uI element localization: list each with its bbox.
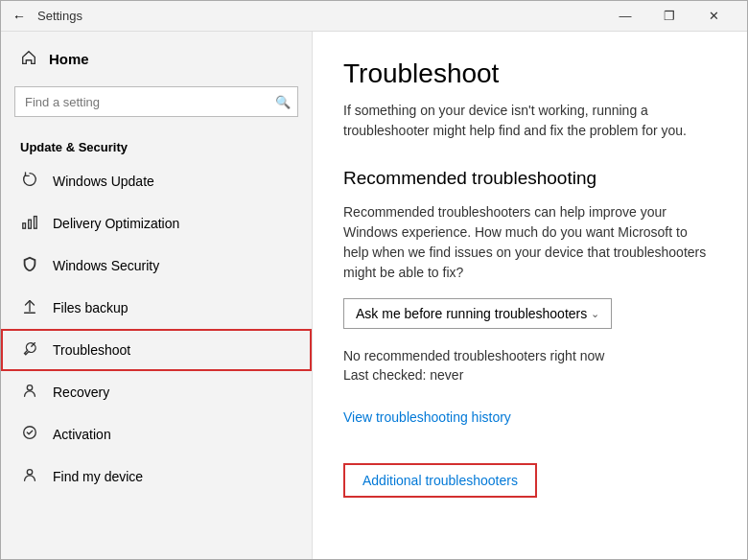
- sidebar-item-home[interactable]: Home: [1, 32, 312, 86]
- windows-security-icon: [20, 255, 39, 276]
- svg-point-6: [27, 385, 32, 390]
- dropdown-value: Ask me before running troubleshooters: [356, 306, 587, 321]
- recommended-section-title: Recommended troubleshooting: [343, 168, 716, 189]
- sidebar-item-delivery-optimization[interactable]: Delivery Optimization: [1, 202, 312, 245]
- sidebar-item-windows-security[interactable]: Windows Security: [1, 245, 312, 287]
- section-description: Recommended troubleshooters can help imp…: [343, 202, 716, 283]
- windows-update-icon: [20, 171, 39, 192]
- sidebar-item-recovery[interactable]: Recovery: [1, 371, 312, 413]
- home-label: Home: [49, 51, 89, 67]
- maximize-button[interactable]: ❐: [647, 1, 691, 32]
- page-description: If something on your device isn't workin…: [343, 101, 716, 141]
- svg-point-8: [27, 470, 32, 475]
- search-container: 🔍: [14, 86, 298, 117]
- view-troubleshooting-history-link[interactable]: View troubleshooting history: [343, 409, 511, 425]
- activation-icon: [20, 424, 39, 445]
- close-button[interactable]: ✕: [691, 1, 736, 32]
- search-input[interactable]: [14, 86, 298, 117]
- settings-window: ← Settings — ❐ ✕ Home 🔍: [0, 0, 748, 560]
- files-backup-label: Files backup: [53, 300, 129, 315]
- windows-security-label: Windows Security: [53, 258, 159, 273]
- sidebar-item-files-backup[interactable]: Files backup: [1, 287, 312, 329]
- sidebar-item-find-my-device[interactable]: Find my device: [1, 455, 312, 498]
- window-controls: — ❐ ✕: [603, 1, 736, 32]
- no-troubleshooters-text: No recommended troubleshooters right now: [343, 348, 716, 363]
- troubleshooter-dropdown[interactable]: Ask me before running troubleshooters ⌄: [343, 298, 612, 329]
- main-content: Troubleshoot If something on your device…: [313, 32, 747, 559]
- windows-update-label: Windows Update: [53, 174, 154, 189]
- troubleshoot-icon: [20, 339, 39, 361]
- sidebar: Home 🔍 Update & Security Windows Update: [1, 32, 313, 559]
- content-area: Home 🔍 Update & Security Windows Update: [1, 32, 747, 559]
- recovery-icon: [20, 382, 39, 403]
- home-icon: [20, 49, 37, 69]
- files-backup-icon: [20, 297, 39, 318]
- back-button[interactable]: ←: [12, 9, 26, 24]
- last-checked-text: Last checked: never: [343, 367, 716, 383]
- delivery-optimization-icon: [20, 213, 39, 234]
- title-bar-title: Settings: [37, 9, 603, 23]
- search-icon: 🔍: [275, 95, 291, 109]
- svg-rect-0: [23, 223, 26, 228]
- activation-label: Activation: [53, 427, 111, 442]
- svg-rect-1: [29, 220, 32, 228]
- sidebar-item-windows-update[interactable]: Windows Update: [1, 160, 312, 202]
- additional-troubleshooters-button[interactable]: Additional troubleshooters: [343, 463, 537, 498]
- delivery-optimization-label: Delivery Optimization: [53, 216, 179, 231]
- sidebar-section-label: Update & Security: [1, 132, 312, 160]
- page-title: Troubleshoot: [343, 58, 716, 89]
- find-my-device-icon: [20, 466, 39, 487]
- recovery-label: Recovery: [53, 385, 109, 400]
- svg-rect-2: [35, 217, 37, 229]
- troubleshoot-label: Troubleshoot: [53, 342, 130, 358]
- sidebar-item-troubleshoot[interactable]: Troubleshoot: [1, 329, 312, 371]
- minimize-button[interactable]: —: [603, 1, 647, 32]
- find-my-device-label: Find my device: [53, 469, 143, 484]
- chevron-down-icon: ⌄: [591, 308, 599, 320]
- sidebar-item-activation[interactable]: Activation: [1, 413, 312, 455]
- title-bar: ← Settings — ❐ ✕: [1, 1, 747, 32]
